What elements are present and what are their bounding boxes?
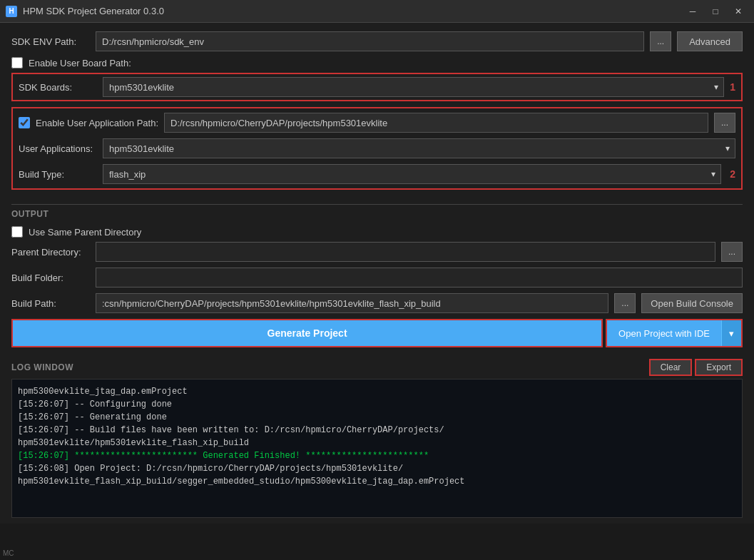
- build-folder-label: Build Folder:: [11, 273, 90, 283]
- build-type-dropdown-wrapper: flash_xip ▾: [103, 164, 721, 184]
- clear-log-button[interactable]: Clear: [649, 359, 693, 376]
- same-parent-dir-label: Use Same Parent Directory: [29, 227, 141, 238]
- sdk-env-input[interactable]: [96, 31, 644, 51]
- title-bar: H HPM SDK Project Generator 0.3.0 ─ □ ✕: [0, 0, 754, 23]
- user-app-enable-label: Enable User Application Path:: [36, 118, 158, 128]
- same-parent-dir-row: Use Same Parent Directory: [11, 226, 743, 238]
- user-app-browse-button[interactable]: ...: [714, 113, 735, 133]
- app-title: HPM SDK Project Generator 0.3.0: [23, 6, 164, 16]
- sdk-boards-badge: 1: [730, 81, 735, 93]
- window-controls: ─ □ ✕: [683, 4, 748, 19]
- open-ide-dropdown-arrow[interactable]: ▾: [721, 320, 741, 346]
- build-folder-row: Build Folder:: [11, 268, 743, 287]
- sdk-boards-dropdown-wrapper: hpm5301evklite ▾: [103, 77, 724, 97]
- maximize-button[interactable]: □: [705, 4, 725, 19]
- parent-dir-row: Parent Directory: ...: [11, 242, 743, 262]
- parent-dir-label: Parent Directory:: [11, 247, 90, 258]
- same-parent-dir-checkbox[interactable]: [11, 226, 23, 238]
- log-buttons: Clear Export: [649, 359, 743, 376]
- mc-label: MC: [3, 549, 14, 557]
- sdk-env-row: SDK ENV Path: ... Advanced: [11, 31, 743, 51]
- open-ide-btn-group: Open Project with IDE ▾: [606, 319, 743, 347]
- build-folder-input[interactable]: [96, 268, 743, 287]
- action-row: Generate Project Open Project with IDE ▾: [11, 319, 743, 347]
- sdk-boards-label: SDK Boards:: [19, 82, 97, 93]
- parent-dir-browse-button[interactable]: ...: [721, 242, 743, 262]
- log-header: LOG WINDOW Clear Export: [11, 359, 743, 376]
- build-path-row: Build Path: ... Open Build Console: [11, 293, 743, 313]
- user-board-checkbox[interactable]: [11, 57, 23, 68]
- user-applications-dropdown[interactable]: hpm5301evklite: [103, 138, 735, 158]
- output-header: OUTPUT: [11, 204, 743, 222]
- sdk-env-browse-button[interactable]: ...: [650, 31, 671, 51]
- user-app-badge: 2: [730, 168, 735, 180]
- user-app-enable-row: Enable User Application Path: ...: [19, 113, 735, 133]
- generate-btn-wrapper: Generate Project: [11, 319, 603, 347]
- sdk-env-label: SDK ENV Path:: [11, 36, 90, 47]
- title-bar-left: H HPM SDK Project Generator 0.3.0: [6, 6, 164, 17]
- generate-project-button[interactable]: Generate Project: [13, 320, 601, 346]
- build-path-input[interactable]: [96, 293, 608, 313]
- build-type-row: Build Type: flash_xip ▾ 2: [19, 164, 735, 184]
- sdk-env-section: SDK ENV Path: ... Advanced Enable User B…: [0, 23, 754, 204]
- log-section: LOG WINDOW Clear Export hpm5300evklite_j…: [0, 359, 754, 524]
- user-applications-dropdown-wrapper: hpm5301evklite ▾: [103, 138, 735, 158]
- user-app-section: Enable User Application Path: ... User A…: [11, 107, 743, 190]
- user-app-checkbox[interactable]: [19, 117, 30, 128]
- log-content: hpm5300evklite_jtag_dap.emProject[15:26:…: [11, 379, 743, 518]
- user-applications-row: User Applications: hpm5301evklite ▾: [19, 138, 735, 158]
- user-applications-label: User Applications:: [19, 143, 97, 154]
- build-type-label: Build Type:: [19, 169, 97, 180]
- sdk-boards-container: SDK Boards: hpm5301evklite ▾ 1: [11, 73, 743, 101]
- open-build-console-button[interactable]: Open Build Console: [641, 293, 743, 313]
- close-button[interactable]: ✕: [728, 4, 748, 19]
- export-log-button[interactable]: Export: [695, 359, 743, 376]
- minimize-button[interactable]: ─: [683, 4, 703, 19]
- user-app-path-input[interactable]: [164, 113, 708, 133]
- output-section: OUTPUT Use Same Parent Directory Parent …: [0, 204, 754, 359]
- parent-dir-input[interactable]: [96, 242, 715, 262]
- sdk-boards-dropdown[interactable]: hpm5301evklite: [103, 77, 724, 97]
- build-path-browse-button[interactable]: ...: [614, 293, 636, 313]
- user-board-checkbox-row: Enable User Board Path:: [11, 57, 743, 68]
- log-window-title: LOG WINDOW: [11, 362, 73, 372]
- advanced-button[interactable]: Advanced: [677, 31, 743, 51]
- user-board-label: Enable User Board Path:: [29, 58, 131, 68]
- open-ide-button[interactable]: Open Project with IDE: [607, 320, 721, 346]
- build-type-dropdown[interactable]: flash_xip: [103, 164, 721, 184]
- app-icon: H: [6, 6, 17, 17]
- build-path-label: Build Path:: [11, 298, 90, 309]
